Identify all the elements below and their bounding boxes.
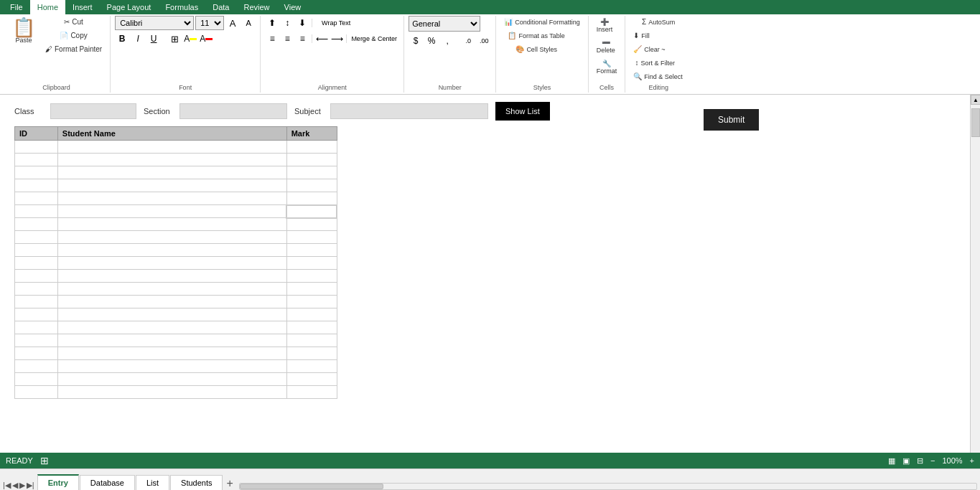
add-sheet-button[interactable]: + [223,477,235,489]
cell-styles-button[interactable]: 🎨 Cell Styles [500,43,572,55]
clear-button[interactable]: 🧹 Clear ~ [630,43,668,55]
decimal-decrease-button[interactable]: .00 [477,34,491,48]
sheet-tab-students[interactable]: Students [170,475,223,489]
view-page-break-icon[interactable]: ⊟ [917,456,923,466]
status-icon[interactable]: ⊞ [40,455,49,466]
cell-mark[interactable] [286,360,337,373]
cell-mark[interactable] [286,257,337,270]
cell-name[interactable] [57,386,286,399]
sheet-tab-entry[interactable]: Entry [37,474,79,489]
tab-insert[interactable]: Insert [65,0,100,14]
number-format-select[interactable]: General [409,16,480,32]
cell-name[interactable] [57,257,286,270]
cell-mark[interactable] [286,179,337,192]
cell-mark[interactable] [286,347,337,360]
cell-id[interactable] [15,270,58,283]
comma-button[interactable]: , [440,34,454,48]
percent-button[interactable]: % [424,34,439,48]
cell-name[interactable] [57,166,286,179]
format-painter-button[interactable]: 🖌 Format Painter [42,43,106,55]
cell-name[interactable] [57,360,286,373]
tab-formulas[interactable]: Formulas [158,0,205,14]
decimal-increase-button[interactable]: .0 [461,34,475,48]
cell-name[interactable] [57,347,286,360]
cell-id[interactable] [15,154,58,166]
cell-name[interactable] [57,270,286,283]
merge-center-button[interactable]: Merge & Center [349,32,399,46]
sheet-tab-database[interactable]: Database [80,475,135,489]
zoom-out-button[interactable]: − [930,456,935,465]
view-layout-icon[interactable]: ▣ [902,456,910,466]
cell-name[interactable] [57,141,286,154]
cell-name[interactable] [57,296,286,308]
class-input[interactable] [50,103,136,119]
scroll-thumb[interactable] [971,108,980,137]
show-list-button[interactable]: Show List [495,102,550,121]
cell-id[interactable] [15,218,58,231]
scroll-up-button[interactable]: ▲ [971,95,980,105]
sort-filter-button[interactable]: ↕ Sort & Filter [630,57,680,69]
cell-name[interactable] [57,154,286,166]
cell-mark[interactable] [286,296,337,308]
cell-mark[interactable] [286,244,337,257]
currency-button[interactable]: $ [409,34,423,48]
cell-name[interactable] [57,179,286,192]
cell-mark[interactable] [286,373,337,386]
cell-mark[interactable] [286,308,337,321]
cell-name[interactable] [57,283,286,296]
align-middle-button[interactable]: ↕ [280,16,294,30]
view-normal-icon[interactable]: ▦ [888,456,895,466]
submit-button[interactable]: Submit [704,109,759,131]
cell-name[interactable] [57,205,286,218]
conditional-formatting-button[interactable]: 📊 Conditional Formatting [500,16,584,28]
indent-decrease-button[interactable]: ⟵ [314,32,329,46]
paste-button[interactable]: 📋 Paste [7,16,40,46]
scroll-track[interactable] [971,105,980,479]
cell-name[interactable] [57,321,286,334]
tab-page-layout[interactable]: Page Layout [100,0,159,14]
insert-button[interactable]: ➕ Insert [593,16,617,35]
align-right-button[interactable]: ≡ [295,32,309,46]
fill-color-button[interactable]: A [183,32,197,46]
font-increase-button[interactable]: A [225,16,240,30]
italic-button[interactable]: I [131,32,145,46]
underline-button[interactable]: U [146,32,161,46]
cell-id[interactable] [15,192,58,205]
tab-nav-next[interactable]: ▶ [19,481,25,489]
fill-button[interactable]: ⬇ Fill [630,29,653,42]
cell-mark[interactable] [286,192,337,205]
cell-id[interactable] [15,141,58,154]
cell-id[interactable] [15,334,58,347]
tab-nav-last[interactable]: ▶| [27,481,34,489]
font-decrease-button[interactable]: A [241,16,256,30]
find-select-button[interactable]: 🔍 Find & Select [630,70,686,83]
font-size-select[interactable]: 11 [195,16,224,30]
font-color-button[interactable]: A [199,32,213,46]
cell-id[interactable] [15,386,58,399]
delete-button[interactable]: ➖ Delete [593,37,619,56]
tab-nav-prev[interactable]: ◀ [12,481,18,489]
align-center-button[interactable]: ≡ [280,32,294,46]
cell-mark[interactable] [286,218,337,231]
tab-review[interactable]: Review [236,0,276,14]
cell-id[interactable] [15,360,58,373]
zoom-in-button[interactable]: + [970,456,974,465]
h-scroll-thumb[interactable] [240,484,383,489]
cell-id[interactable] [15,244,58,257]
cell-mark[interactable] [286,154,337,166]
cell-mark[interactable] [286,334,337,347]
align-left-button[interactable]: ≡ [265,32,279,46]
horizontal-scroll[interactable] [236,483,980,489]
cell-mark[interactable] [286,141,337,154]
cell-name[interactable] [57,192,286,205]
cell-id[interactable] [15,308,58,321]
cut-button[interactable]: ✂ Cut [42,16,106,28]
tab-home[interactable]: Home [30,0,65,14]
cell-name[interactable] [57,373,286,386]
autosum-button[interactable]: Σ AutoSum [630,16,687,28]
cell-mark[interactable] [286,321,337,334]
subject-input[interactable] [330,103,488,119]
cell-id[interactable] [15,296,58,308]
copy-button[interactable]: 📄 Copy [42,29,106,42]
cell-mark[interactable] [286,386,337,399]
